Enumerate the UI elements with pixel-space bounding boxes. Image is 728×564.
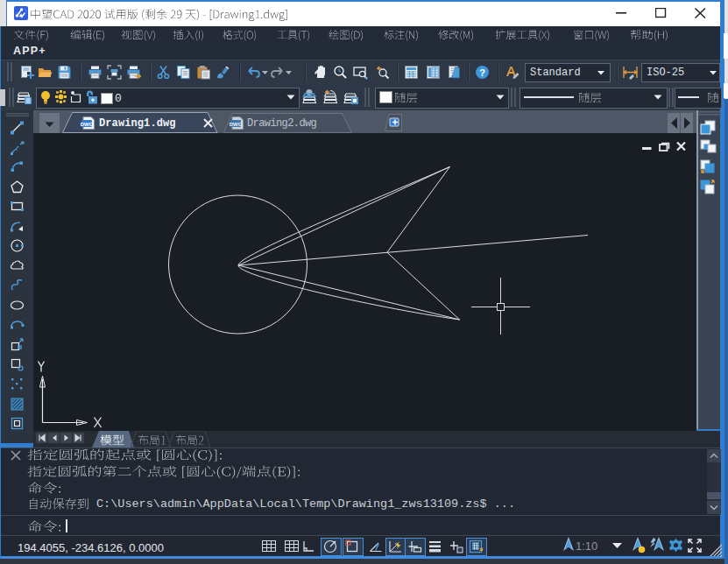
svg-text:DWG: DWG — [81, 122, 94, 127]
svg-text:DWG: DWG — [230, 122, 243, 127]
svg-text:?: ? — [479, 67, 485, 78]
